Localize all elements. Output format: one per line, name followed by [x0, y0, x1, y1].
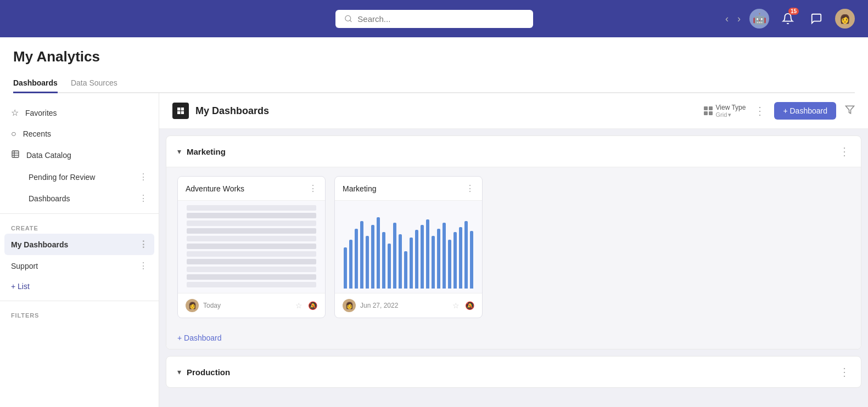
section-header-left: ▾ Marketing — [177, 147, 226, 156]
more-options-icon[interactable]: ⋮ — [754, 104, 765, 117]
sidebar-item-favorites[interactable]: ☆ Favorites — [0, 102, 159, 123]
chart-bar — [393, 223, 396, 289]
topbar-right: ‹ › 🤖 15 👩 — [725, 9, 855, 29]
chart-bars — [339, 201, 478, 293]
preview-table — [182, 201, 321, 293]
notification-button[interactable]: 15 — [778, 9, 798, 29]
chart-bar — [453, 232, 457, 289]
chevron-down-icon: ▾ — [728, 111, 731, 118]
collapse-icon[interactable]: ▾ — [177, 147, 181, 156]
content-header-right: View Type Grid ▾ ⋮ + Dashboard — [704, 102, 855, 120]
search-container — [335, 10, 533, 28]
chart-icon — [11, 150, 20, 161]
production-header: ▾ Production ⋮ — [166, 357, 861, 387]
content-header-left: My Dashboards — [172, 103, 269, 119]
sidebar-sub-item-pending[interactable]: Pending for Review ⋮ — [0, 166, 159, 188]
content-header: My Dashboards View Type Grid ▾ ⋮ — [159, 93, 868, 129]
content-title: My Dashboards — [195, 105, 269, 117]
chart-bar — [421, 225, 424, 289]
add-dashboard-button[interactable]: + Dashboard — [774, 102, 836, 120]
chart-bar — [437, 229, 440, 289]
view-type-sub: Grid ▾ — [716, 111, 746, 118]
chart-bar — [399, 234, 402, 289]
card-title-adventure: Adventure Works — [186, 184, 244, 193]
tab-dashboards[interactable]: Dashboards — [13, 74, 58, 93]
sidebar-item-label: Recents — [23, 129, 51, 138]
dashboards-more-icon[interactable]: ⋮ — [139, 193, 148, 203]
star-icon-card[interactable]: ☆ — [295, 301, 303, 310]
chart-bar — [360, 221, 363, 289]
production-collapse-icon[interactable]: ▾ — [177, 368, 181, 376]
tab-data-sources[interactable]: Data Sources — [71, 74, 117, 93]
chart-bar — [344, 247, 347, 289]
content-area: My Dashboards View Type Grid ▾ ⋮ — [159, 93, 868, 407]
view-type-button[interactable]: View Type Grid ▾ — [704, 104, 746, 118]
back-button[interactable]: ‹ — [725, 13, 729, 25]
search-input[interactable] — [357, 14, 524, 24]
avatar-bot[interactable]: 🤖 — [749, 9, 769, 29]
view-type-label: View Type — [716, 104, 746, 111]
svg-rect-9 — [181, 111, 184, 114]
sidebar-item-my-dashboards[interactable]: My Dashboards ⋮ — [4, 234, 154, 255]
card-title-marketing: Marketing — [343, 184, 376, 193]
support-label: Support — [11, 262, 38, 270]
pending-label: Pending for Review — [29, 173, 95, 182]
chart-bar — [426, 219, 429, 289]
chart-bar — [443, 223, 446, 289]
card-header-adventure: Adventure Works ⋮ — [178, 177, 325, 200]
chart-bar — [459, 227, 462, 289]
sidebar-add-list[interactable]: + List — [0, 276, 159, 296]
alert-off-icon[interactable]: 🔕 — [308, 301, 317, 310]
chart-bar — [355, 229, 358, 289]
chart-bar — [377, 217, 380, 289]
my-dashboards-more-icon[interactable]: ⋮ — [139, 239, 148, 250]
chat-button[interactable] — [807, 9, 826, 29]
svg-line-1 — [350, 20, 351, 22]
sidebar-item-recents[interactable]: ○ Recents — [0, 123, 159, 144]
star-icon-card-2[interactable]: ☆ — [452, 301, 460, 310]
my-dashboards-label: My Dashboards — [11, 240, 68, 249]
card-preview-marketing — [335, 200, 482, 293]
section-more-icon[interactable]: ⋮ — [839, 145, 850, 158]
section-title-production: Production — [187, 368, 230, 377]
cards-grid-marketing: Adventure Works ⋮ — [166, 167, 861, 327]
clock-icon: ○ — [11, 129, 16, 139]
alert-off-icon-2[interactable]: 🔕 — [465, 301, 474, 310]
sidebar-item-data-catalog[interactable]: Data Catalog — [0, 144, 159, 166]
chart-bar — [388, 244, 391, 289]
chart-bar — [404, 251, 407, 289]
filter-button[interactable] — [845, 105, 855, 117]
forward-button[interactable]: › — [737, 13, 741, 25]
card-more-icon[interactable]: ⋮ — [309, 183, 317, 194]
section-header-marketing: ▾ Marketing ⋮ — [166, 136, 861, 167]
card-footer-left-2: 👩 Jun 27, 2022 — [343, 299, 398, 312]
production-more-icon[interactable]: ⋮ — [839, 365, 850, 378]
topbar: ‹ › 🤖 15 👩 — [0, 0, 868, 37]
card-more-icon-2[interactable]: ⋮ — [466, 183, 474, 194]
card-marketing[interactable]: Marketing ⋮ 👩 Jun 27, 2022 ☆ — [334, 176, 483, 318]
user-avatar[interactable]: 👩 — [835, 9, 855, 29]
sidebar-sub-item-dashboards[interactable]: Dashboards ⋮ — [0, 188, 159, 209]
pending-more-icon[interactable]: ⋮ — [139, 172, 148, 182]
create-section-label: CREATE — [0, 218, 159, 234]
add-dashboard-link-label: + Dashboard — [177, 333, 222, 342]
card-preview-adventure — [178, 200, 325, 293]
dashboard-icon — [172, 103, 189, 119]
main-layout: ☆ Favorites ○ Recents Data Catalog Pendi… — [0, 93, 868, 407]
svg-rect-7 — [181, 108, 184, 110]
filters-section-label: FILTERS — [0, 306, 159, 321]
chart-bar — [382, 232, 385, 289]
page-title: My Analytics — [13, 48, 855, 65]
add-dashboard-link[interactable]: + Dashboard — [166, 327, 861, 349]
card-adventure-works[interactable]: Adventure Works ⋮ — [177, 176, 326, 318]
svg-rect-8 — [177, 111, 180, 114]
chart-bar — [371, 225, 374, 289]
chart-bar — [470, 231, 473, 289]
support-more-icon[interactable]: ⋮ — [139, 261, 148, 271]
card-footer-marketing: 👩 Jun 27, 2022 ☆ 🔕 — [335, 293, 482, 318]
sidebar-item-label: Data Catalog — [26, 151, 71, 160]
sidebar-item-label: Favorites — [25, 109, 57, 117]
view-type-labels: View Type Grid ▾ — [716, 104, 746, 118]
sidebar-item-support[interactable]: Support ⋮ — [0, 255, 159, 276]
card-header-marketing: Marketing ⋮ — [335, 177, 482, 200]
